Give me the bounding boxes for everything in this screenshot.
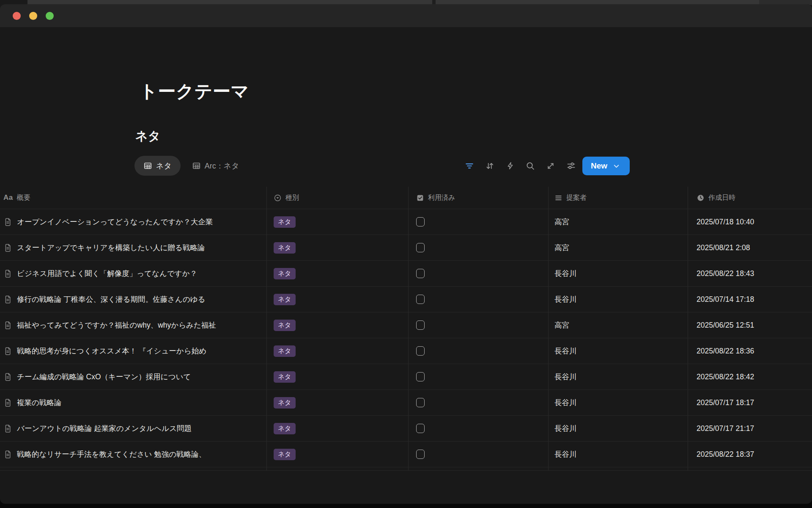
column-header[interactable]: 種別 (267, 187, 409, 209)
row-created-cell[interactable]: 2025/08/21 2:08 (688, 235, 812, 260)
column-header[interactable]: 利用済み (409, 187, 549, 209)
row-title-cell[interactable]: チーム編成の戦略論 CxO（キーマン）採用について (0, 364, 267, 389)
table-row: 福祉やってみてどうですか？福祉のwhy、whyからみた福祉ネタ高宮2025/06… (0, 312, 812, 338)
row-proposer-cell[interactable]: 高宮 (549, 209, 688, 235)
column-header[interactable]: 作成日時 (688, 187, 812, 209)
used-checkbox[interactable] (416, 450, 425, 459)
column-header-label: 種別 (285, 193, 299, 202)
row-title[interactable]: バーンアウトの戦略論 起業家のメンタルヘルス問題 (17, 423, 192, 433)
row-title[interactable]: 戦略的思考が身につくオススメ本！ 『イシューから始め (17, 346, 206, 356)
row-type-cell[interactable]: ネタ (267, 287, 409, 312)
row-title[interactable]: 複業の戦略論 (17, 398, 61, 408)
close-button[interactable] (13, 12, 21, 20)
table-row: バーンアウトの戦略論 起業家のメンタルヘルス問題ネタ長谷川2025/07/17 … (0, 416, 812, 442)
row-proposer-cell[interactable]: 長谷川 (549, 287, 688, 312)
row-proposer-cell[interactable]: 長谷川 (549, 364, 688, 389)
type-tag[interactable]: ネタ (274, 371, 296, 383)
used-checkbox[interactable] (416, 398, 425, 407)
search-icon (526, 161, 535, 171)
row-type-cell[interactable]: ネタ (267, 390, 409, 415)
row-title-cell[interactable]: オープンイノベーションってどうなったんですか？大企業 (0, 209, 267, 235)
row-title-cell[interactable]: バーンアウトの戦略論 起業家のメンタルヘルス問題 (0, 416, 267, 441)
table-view-icon (192, 161, 201, 170)
row-proposer-cell[interactable]: 長谷川 (549, 390, 688, 415)
column-header[interactable]: 提案者 (549, 187, 688, 209)
row-created-cell[interactable]: 2025/08/22 18:36 (688, 338, 812, 364)
view-tab-neta[interactable]: ネタ (134, 156, 181, 176)
row-proposer-cell[interactable]: 高宮 (549, 235, 688, 260)
used-checkbox[interactable] (416, 424, 425, 433)
row-title[interactable]: 修行の戦略論 丁稚奉公、深く潜る期間。佐藤さんのゆる (17, 294, 206, 304)
row-created-cell[interactable]: 2025/08/22 18:37 (688, 442, 812, 467)
row-title-cell[interactable]: ビジネス用語でよく聞く「解像度」ってなんですか？ (0, 261, 267, 286)
row-title[interactable]: ビジネス用語でよく聞く「解像度」ってなんですか？ (17, 268, 197, 279)
row-title[interactable]: スタートアップでキャリアを構築したい人に贈る戦略論 (17, 243, 205, 253)
row-created-cell[interactable]: 2025/07/17 18:17 (688, 390, 812, 415)
expand-button[interactable] (540, 156, 561, 176)
row-title-cell[interactable]: 複業の戦略論 (0, 390, 267, 415)
used-checkbox[interactable] (416, 295, 425, 304)
row-type-cell[interactable]: ネタ (267, 416, 409, 441)
created-datetime: 2025/08/22 18:43 (697, 269, 754, 278)
row-type-cell[interactable]: ネタ (267, 312, 409, 338)
row-title[interactable]: チーム編成の戦略論 CxO（キーマン）採用について (17, 372, 191, 382)
row-created-cell[interactable]: 2025/06/25 12:51 (688, 312, 812, 338)
row-proposer-cell[interactable]: 高宮 (549, 312, 688, 338)
type-tag[interactable]: ネタ (274, 320, 296, 331)
type-tag[interactable]: ネタ (274, 216, 296, 228)
minimize-button[interactable] (29, 12, 37, 20)
type-tag[interactable]: ネタ (274, 268, 296, 279)
row-used-cell (409, 416, 549, 441)
row-title[interactable]: 戦略的なリサーチ手法を教えてください 勉強の戦略論、 (17, 449, 206, 459)
row-type-cell[interactable]: ネタ (267, 209, 409, 235)
row-created-cell[interactable]: 2025/08/22 18:42 (688, 364, 812, 389)
table-header-row: Aa概要種別利用済み提案者作成日時 (0, 187, 812, 209)
row-proposer-cell[interactable]: 長谷川 (549, 442, 688, 467)
row-title-cell[interactable]: スタートアップでキャリアを構築したい人に贈る戦略論 (0, 235, 267, 260)
row-title[interactable]: 福祉やってみてどうですか？福祉のwhy、whyからみた福祉 (17, 320, 216, 330)
chevron-down-icon[interactable] (612, 162, 620, 170)
sliders-button[interactable] (561, 156, 581, 176)
row-type-cell[interactable]: ネタ (267, 235, 409, 260)
used-checkbox[interactable] (416, 217, 425, 226)
row-proposer-cell[interactable]: 長谷川 (549, 261, 688, 286)
row-proposer-cell[interactable]: 長谷川 (549, 338, 688, 364)
type-tag[interactable]: ネタ (274, 345, 296, 357)
row-used-cell (409, 338, 549, 364)
row-created-cell[interactable]: 2025/07/18 10:40 (688, 209, 812, 235)
window-titlebar[interactable] (0, 4, 812, 27)
row-type-cell[interactable]: ネタ (267, 261, 409, 286)
used-checkbox[interactable] (416, 269, 425, 278)
row-type-cell[interactable]: ネタ (267, 364, 409, 389)
row-type-cell[interactable]: ネタ (267, 442, 409, 467)
used-checkbox[interactable] (416, 346, 425, 356)
new-button[interactable]: New (582, 157, 630, 175)
used-checkbox[interactable] (416, 320, 425, 330)
row-title-cell[interactable]: 福祉やってみてどうですか？福祉のwhy、whyからみた福祉 (0, 312, 267, 338)
sort-button[interactable] (480, 156, 500, 176)
row-title-cell[interactable]: 修行の戦略論 丁稚奉公、深く潜る期間。佐藤さんのゆる (0, 287, 267, 312)
row-used-cell (409, 312, 549, 338)
type-tag[interactable]: ネタ (274, 423, 296, 434)
row-created-cell[interactable]: 2025/08/22 18:43 (688, 261, 812, 286)
row-type-cell[interactable]: ネタ (267, 338, 409, 364)
row-created-cell[interactable]: 2025/07/14 17:18 (688, 287, 812, 312)
search-button[interactable] (520, 156, 540, 176)
row-proposer-cell[interactable]: 長谷川 (549, 416, 688, 441)
type-tag[interactable]: ネタ (274, 242, 296, 254)
type-tag[interactable]: ネタ (274, 294, 296, 305)
type-tag[interactable]: ネタ (274, 397, 296, 409)
aa-icon: Aa (3, 193, 13, 202)
used-checkbox[interactable] (416, 372, 425, 381)
filter-button[interactable] (459, 156, 480, 176)
row-title-cell[interactable]: 戦略的思考が身につくオススメ本！ 『イシューから始め (0, 338, 267, 364)
row-title-cell[interactable]: 戦略的なリサーチ手法を教えてください 勉強の戦略論、 (0, 442, 267, 467)
row-created-cell[interactable]: 2025/07/17 21:17 (688, 416, 812, 441)
column-header[interactable]: Aa概要 (0, 187, 267, 209)
lightning-button[interactable] (500, 156, 520, 176)
row-title[interactable]: オープンイノベーションってどうなったんですか？大企業 (17, 217, 213, 227)
view-tab-arc-neta[interactable]: Arc：ネタ (183, 156, 248, 176)
used-checkbox[interactable] (416, 243, 425, 252)
zoom-button[interactable] (46, 12, 54, 20)
type-tag[interactable]: ネタ (274, 449, 296, 460)
